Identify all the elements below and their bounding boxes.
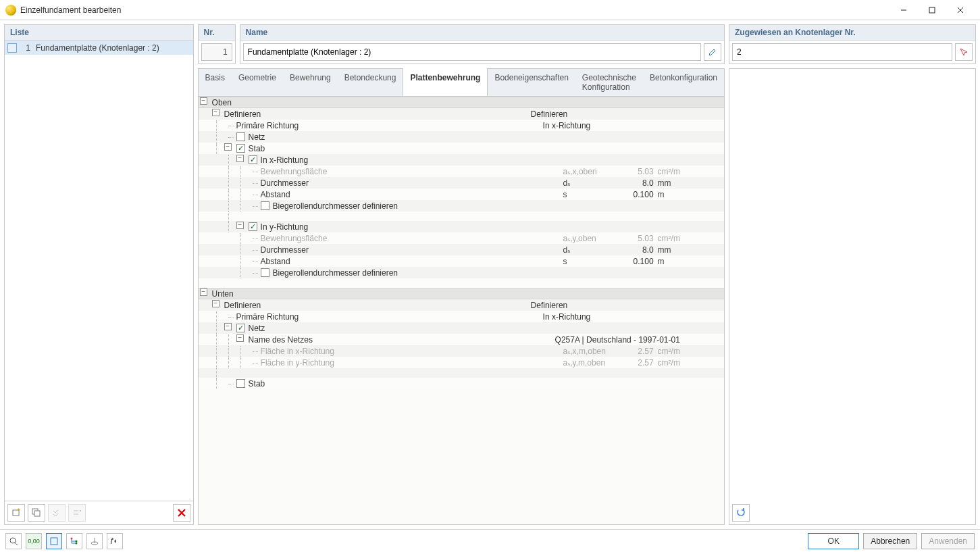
assign-label: Zugewiesen an Knotenlager Nr.: [729, 25, 975, 41]
sym-asy-m-oben: aₛ,y,m,oben: [563, 358, 611, 368]
node-flaeche-y: Fläche in y-Richtung: [259, 358, 563, 368]
nr-label: Nr.: [199, 25, 235, 41]
delete-item-button[interactable]: [173, 504, 190, 522]
decimal-button[interactable]: 0,00: [26, 533, 42, 549]
checkbox-netz-oben[interactable]: [236, 132, 245, 141]
checkbox-stab-oben[interactable]: [236, 144, 245, 153]
search-button[interactable]: [5, 533, 22, 549]
tab-plattenbewehrung[interactable]: Plattenbewehrung: [403, 68, 488, 96]
val-asy-oben: 5.03: [611, 234, 658, 243]
tab-betondeckung[interactable]: Betondeckung: [338, 69, 403, 96]
close-window-button[interactable]: [946, 1, 975, 20]
checkbox-in-y[interactable]: [249, 222, 257, 231]
name-input[interactable]: [243, 43, 701, 61]
node-bewehrungsflaeche: Bewehrungsfläche: [259, 167, 563, 176]
function-button[interactable]: f: [107, 533, 123, 549]
node-in-y: In y-Richtung: [261, 222, 309, 232]
svg-point-8: [76, 542, 78, 544]
list-item-index: 1: [21, 43, 30, 53]
unit-asx-oben: cm²/m: [658, 167, 692, 176]
list-toolbar: [5, 501, 193, 524]
value-definieren-unten[interactable]: Definieren: [527, 301, 724, 310]
collapse-toggle[interactable]: −: [224, 143, 232, 151]
sym-s: s: [563, 190, 611, 199]
svg-rect-5: [51, 538, 57, 545]
tab-geotech-config[interactable]: Geotechnische Konfiguration: [575, 69, 643, 96]
edit-name-button[interactable]: [704, 43, 721, 61]
ok-button[interactable]: OK: [808, 533, 859, 549]
sym-asy-oben: aₛ,y,oben: [563, 234, 611, 243]
collapse-toggle[interactable]: −: [212, 300, 220, 307]
node-abstand[interactable]: Abstand: [259, 190, 563, 199]
unit-m-y: m: [658, 257, 692, 266]
svg-rect-1: [13, 510, 19, 516]
node-oben[interactable]: Oben: [211, 98, 724, 107]
val-s-x[interactable]: 0.100: [611, 190, 658, 199]
unit-flaeche-x: cm²/m: [658, 347, 692, 356]
collapse-toggle[interactable]: −: [200, 97, 207, 105]
view-3d-button[interactable]: [86, 533, 103, 549]
node-flaeche-x: Fläche in x-Richtung: [259, 347, 563, 356]
unit-mm-y: mm: [658, 245, 692, 255]
collapse-toggle[interactable]: −: [236, 334, 244, 342]
collapse-toggle[interactable]: −: [224, 323, 232, 330]
tab-bewehrung[interactable]: Bewehrung: [283, 69, 338, 96]
value-prim-richtung[interactable]: In x-Richtung: [539, 121, 724, 130]
view-tree-button[interactable]: [66, 533, 82, 549]
cancel-button[interactable]: Abbrechen: [863, 533, 917, 549]
checkbox-netz-unten[interactable]: [236, 324, 245, 332]
list-heading: Liste: [5, 25, 193, 41]
new-item-button[interactable]: [7, 504, 25, 522]
svg-point-7: [76, 540, 78, 542]
val-s-y[interactable]: 0.100: [611, 257, 658, 266]
checkbox-biegeroll-x[interactable]: [261, 201, 269, 210]
value-prim-richtung-unten[interactable]: In x-Richtung: [539, 312, 724, 322]
collapse-toggle[interactable]: −: [236, 155, 244, 162]
checkbox-stab-unten[interactable]: [236, 379, 245, 388]
val-ds-y[interactable]: 8.0: [611, 245, 658, 255]
tab-basis[interactable]: Basis: [199, 69, 232, 96]
node-durchmesser-y[interactable]: Durchmesser: [259, 245, 563, 255]
node-definieren[interactable]: Definieren: [223, 109, 527, 119]
view-flat-button[interactable]: [46, 533, 62, 549]
checkbox-biegeroll-y[interactable]: [261, 268, 269, 277]
tab-geometrie[interactable]: Geometrie: [232, 69, 283, 96]
check-all-button[interactable]: [48, 504, 66, 522]
uncheck-all-button[interactable]: [68, 504, 86, 522]
unit-m: m: [658, 190, 692, 199]
copy-item-button[interactable]: [28, 504, 45, 522]
unit-cm2m: cm²/m: [658, 234, 692, 243]
collapse-toggle[interactable]: −: [236, 222, 244, 229]
value-definieren[interactable]: Definieren: [527, 109, 724, 119]
minimize-button[interactable]: [889, 1, 918, 20]
unit-mm: mm: [658, 178, 692, 188]
node-unten[interactable]: Unten: [211, 289, 724, 299]
node-bewehrungsflaeche-y: Bewehrungsfläche: [259, 234, 563, 243]
tab-beton-config[interactable]: Betonkonfiguration: [643, 69, 724, 96]
sym-asx-oben: aₛ,x,oben: [563, 167, 611, 176]
checkbox-in-x[interactable]: [249, 155, 257, 164]
node-biegeroll-y: Biegerollendurchmesser definieren: [273, 268, 398, 278]
sym-asx-m-oben: aₛ,x,m,oben: [563, 347, 611, 356]
node-abstand-y[interactable]: Abstand: [259, 257, 563, 266]
refresh-preview-button[interactable]: [732, 504, 750, 522]
node-durchmesser[interactable]: Durchmesser: [259, 178, 563, 188]
apply-button[interactable]: Anwenden: [921, 533, 975, 549]
node-prim-richtung-unten[interactable]: Primäre Richtung: [235, 312, 539, 322]
window-title: Einzelfundament bearbeiten: [20, 5, 889, 15]
node-name-netz[interactable]: Name des Netzes: [247, 335, 551, 345]
assign-input[interactable]: [732, 43, 952, 61]
sym-ds-y: dₛ: [563, 245, 611, 255]
val-ds-x[interactable]: 8.0: [611, 178, 658, 188]
tab-bodeneigenschaften[interactable]: Bodeneigenschaften: [488, 69, 575, 96]
pick-node-button[interactable]: [955, 43, 973, 61]
nr-value: 1: [201, 43, 232, 61]
list-item[interactable]: 1 Fundamentplatte (Knotenlager : 2): [5, 41, 193, 55]
svg-rect-3: [34, 511, 40, 516]
node-prim-richtung[interactable]: Primäre Richtung: [235, 121, 539, 130]
collapse-toggle[interactable]: −: [200, 288, 207, 296]
maximize-button[interactable]: [918, 1, 946, 20]
collapse-toggle[interactable]: −: [212, 109, 220, 116]
value-name-netz[interactable]: Q257A | Deutschland - 1997-01-01: [551, 335, 724, 345]
node-definieren-unten[interactable]: Definieren: [223, 301, 527, 310]
